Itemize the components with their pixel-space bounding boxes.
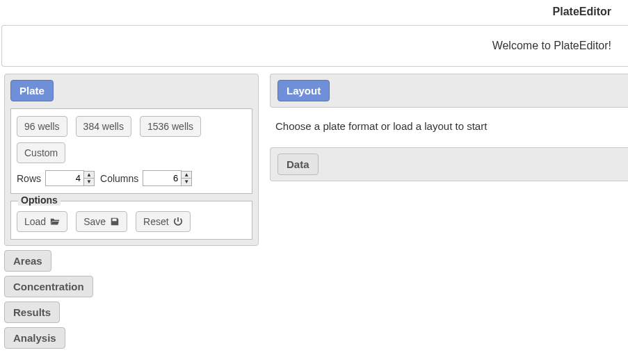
wells-custom-button[interactable]: Custom [17,142,65,163]
tab-data[interactable]: Data [277,154,319,175]
rows-label: Rows [17,173,41,184]
cols-input[interactable] [143,170,182,186]
options-group: Options Load Save Reset [10,201,252,240]
tab-plate[interactable]: Plate [10,80,54,101]
plate-panel: Plate 96 wells 384 wells 1536 wells Cust… [4,74,259,246]
cols-label: Columns [100,173,138,184]
save-label: Save [83,216,106,227]
wells-384-button[interactable]: 384 wells [76,116,131,137]
save-icon [110,217,120,226]
layout-message: Choose a plate format or load a layout t… [275,120,487,132]
welcome-text: Welcome to PlateEditor! [492,40,611,51]
tab-areas[interactable]: Areas [4,250,51,272]
reset-label: Reset [143,216,169,227]
save-button[interactable]: Save [76,211,127,232]
options-row: Load Save Reset [17,211,246,232]
data-header-panel: Data [270,147,628,181]
options-legend: Options [18,195,61,206]
rows-group: Rows ▲ ▼ [17,170,95,186]
power-icon [173,217,183,226]
rows-spinner: ▲ ▼ [84,171,95,186]
reset-button[interactable]: Reset [136,211,191,232]
app-header: PlateEditor [0,0,628,22]
wells-96-button[interactable]: 96 wells [17,116,67,137]
main-layout: Plate 96 wells 384 wells 1536 wells Cust… [0,74,628,349]
plate-format-group: 96 wells 384 wells 1536 wells Custom Row… [10,108,252,194]
tab-concentration[interactable]: Concentration [4,276,93,297]
tab-layout[interactable]: Layout [277,80,330,101]
rows-up-icon[interactable]: ▲ [84,172,94,179]
tab-results[interactable]: Results [4,301,60,323]
left-column: Plate 96 wells 384 wells 1536 wells Cust… [4,74,259,349]
folder-open-icon [50,217,60,226]
welcome-bar: Welcome to PlateEditor! [1,25,628,67]
load-label: Load [24,216,46,227]
cols-up-icon[interactable]: ▲ [182,172,191,179]
dimensions-row: Rows ▲ ▼ Columns ▲ ▼ [17,170,246,186]
layout-header-panel: Layout [270,74,628,108]
cols-spinner: ▲ ▼ [182,171,192,186]
app-title: PlateEditor [553,6,611,17]
load-button[interactable]: Load [17,211,67,232]
cols-down-icon[interactable]: ▼ [182,179,191,185]
cols-group: Columns ▲ ▼ [100,170,192,186]
well-format-row: 96 wells 384 wells 1536 wells Custom [17,116,246,163]
tab-analysis[interactable]: Analysis [4,327,65,349]
right-column: Layout Choose a plate format or load a l… [270,74,628,349]
rows-input[interactable] [45,170,84,186]
layout-body: Choose a plate format or load a layout t… [270,108,628,147]
wells-1536-button[interactable]: 1536 wells [140,116,201,137]
rows-down-icon[interactable]: ▼ [84,179,94,185]
